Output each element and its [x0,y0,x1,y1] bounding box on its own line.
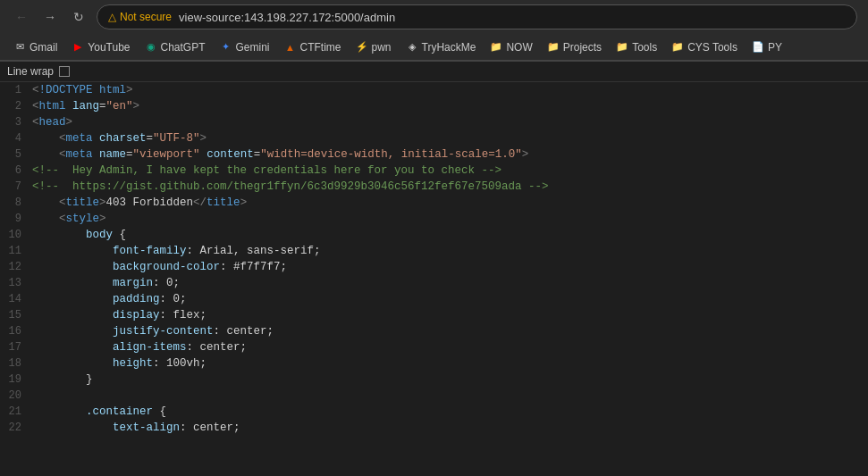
line-content: <title>403 Forbidden</title> [32,195,868,211]
line-content: <html lang="en"> [32,98,868,114]
security-warning: △ Not secure [108,11,172,23]
bookmark-gemini-label: Gemini [236,41,270,54]
line-content: margin: 0; [32,275,868,291]
code-line: 15 display: flex; [0,307,868,323]
code-line: 19 } [0,372,868,388]
youtube-icon: ▶ [72,41,84,53]
code-line: 18 height: 100vh; [0,355,868,372]
line-content: <!DOCTYPE html> [32,82,868,98]
bookmark-cys-tools-label: CYS Tools [687,41,737,54]
line-content: <!-- https://gist.github.com/thegr1ffyn/… [32,179,868,195]
bookmark-chatgpt[interactable]: ◉ ChatGPT [139,39,212,55]
address-bar[interactable]: △ Not secure view-source:143.198.227.172… [97,4,857,29]
bookmark-gmail-label: Gmail [29,41,57,54]
line-content: align-items: center; [32,339,868,355]
bookmark-chatgpt-label: ChatGPT [161,41,206,54]
chatgpt-icon: ◉ [145,41,157,53]
ctftime-icon: ▲ [284,42,297,53]
code-line: 5 <meta name="viewport" content="width=d… [0,146,868,163]
code-line: 20 [0,388,868,404]
bookmark-py[interactable]: 📄 PY [746,39,788,55]
code-line: 22 text-align: center; [0,420,868,435]
line-number: 3 [0,114,32,130]
bookmark-now-label: NOW [506,41,532,54]
code-line: 17 align-items: center; [0,339,868,355]
line-number: 21 [0,404,32,420]
line-content: <!-- Hey Admin, I have kept the credenti… [32,163,868,179]
line-content: <meta name="viewport" content="width=dev… [32,146,868,163]
gemini-icon: ✦ [220,41,232,53]
browser-chrome: ← → ↻ △ Not secure view-source:143.198.2… [0,0,868,62]
line-content: <meta charset="UTF-8"> [32,130,868,146]
code-line: 4 <meta charset="UTF-8"> [0,130,868,146]
tryhackme-icon: ◈ [406,41,418,53]
line-content: <style> [32,211,868,227]
projects-icon: 📁 [547,41,560,53]
line-number: 9 [0,211,32,227]
url-display: view-source:143.198.227.172:5000/admin [179,11,846,24]
line-content: text-align: center; [32,420,868,435]
line-content: font-family: Arial, sans-serif; [32,243,868,259]
pwn-icon: ⚡ [356,41,368,53]
line-content: justify-content: center; [32,323,868,339]
line-content: display: flex; [32,307,868,323]
back-button[interactable]: ← [11,6,32,28]
forward-button[interactable]: → [39,6,61,28]
bookmark-tryhackme[interactable]: ◈ TryHackMe [400,39,483,55]
bookmark-gmail[interactable]: ✉ Gmail [7,39,63,55]
bookmark-now[interactable]: 📁 NOW [484,39,538,55]
bookmark-tools-label: Tools [632,41,657,54]
reload-button[interactable]: ↻ [68,6,89,28]
code-container: 1<!DOCTYPE html>2<html lang="en">3<head>… [0,82,868,435]
line-wrap-checkbox[interactable] [59,66,70,77]
line-content: height: 100vh; [32,355,868,372]
source-view[interactable]: 1<!DOCTYPE html>2<html lang="en">3<head>… [0,82,868,435]
code-line: 13 margin: 0; [0,275,868,291]
cys-tools-icon: 📁 [671,41,684,53]
code-line: 8 <title>403 Forbidden</title> [0,195,868,211]
bookmark-tools[interactable]: 📁 Tools [610,39,663,55]
nav-bar: ← → ↻ △ Not secure view-source:143.198.2… [0,0,868,34]
line-number: 8 [0,195,32,211]
bookmark-tryhackme-label: TryHackMe [422,41,476,54]
code-line: 12 background-color: #f7f7f7; [0,259,868,275]
line-content: <head> [32,114,868,130]
code-line: 16 justify-content: center; [0,323,868,339]
line-number: 19 [0,372,32,388]
line-number: 4 [0,130,32,146]
code-line: 7<!-- https://gist.github.com/thegr1ffyn… [0,179,868,195]
bookmark-projects[interactable]: 📁 Projects [541,39,608,55]
bookmark-ctftime[interactable]: ▲ CTFtime [278,39,348,55]
bookmark-gemini[interactable]: ✦ Gemini [214,39,276,55]
line-number: 13 [0,275,32,291]
line-number: 7 [0,179,32,195]
bookmark-pwn-label: pwn [372,41,392,54]
code-line: 3<head> [0,114,868,130]
bookmarks-bar: ✉ Gmail ▶ YouTube ◉ ChatGPT ✦ Gemini ▲ C… [0,34,868,61]
line-number: 14 [0,291,32,307]
line-content: background-color: #f7f7f7; [32,259,868,275]
bookmark-cys-tools[interactable]: 📁 CYS Tools [665,39,744,55]
gmail-icon: ✉ [13,41,26,53]
bookmark-ctftime-label: CTFtime [300,41,341,54]
code-line: 11 font-family: Arial, sans-serif; [0,243,868,259]
bookmark-pwn[interactable]: ⚡ pwn [350,39,398,55]
line-number: 5 [0,146,32,163]
tools-icon: 📁 [616,41,628,53]
bookmark-py-label: PY [768,41,782,54]
line-number: 6 [0,163,32,179]
line-content: .container { [32,404,868,420]
line-number: 10 [0,227,32,243]
bookmark-youtube[interactable]: ▶ YouTube [65,39,136,55]
line-number: 2 [0,98,32,114]
line-number: 16 [0,323,32,339]
line-wrap-label: Line wrap [7,65,54,78]
code-line: 1<!DOCTYPE html> [0,82,868,98]
line-number: 11 [0,243,32,259]
code-line: 14 padding: 0; [0,291,868,307]
line-content: padding: 0; [32,291,868,307]
line-number: 18 [0,355,32,372]
bookmark-projects-label: Projects [563,41,602,54]
bookmark-youtube-label: YouTube [88,41,130,54]
py-icon: 📄 [752,41,764,53]
